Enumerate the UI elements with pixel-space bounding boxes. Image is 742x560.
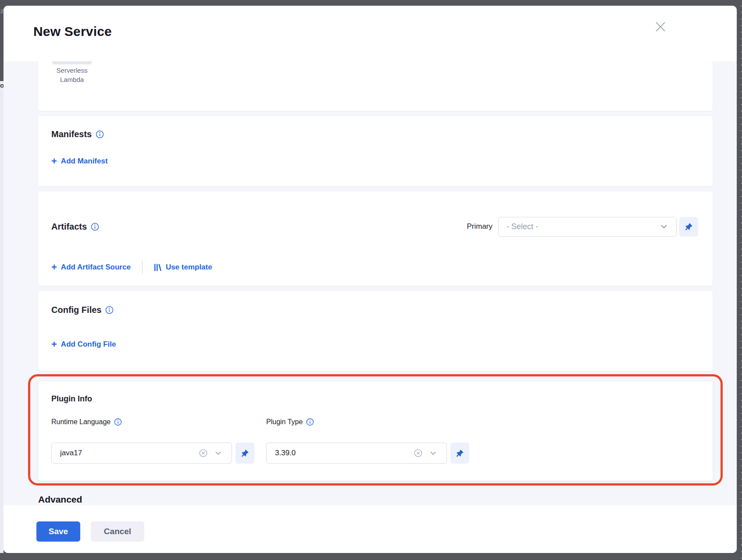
service-type-card: Serverless Lambda <box>38 61 713 111</box>
info-icon[interactable] <box>96 130 104 138</box>
plus-icon: + <box>51 340 57 348</box>
add-config-file-label: Add Config File <box>61 340 116 349</box>
info-icon[interactable] <box>91 223 99 231</box>
artifacts-title: Artifacts <box>51 222 87 232</box>
service-type-tile-caption: Serverless Lambda <box>42 66 102 84</box>
config-files-card: Config Files + Add Config File <box>38 291 713 371</box>
page-background: 2 o New Service Serverless Lambda <box>0 0 742 560</box>
pin-icon <box>241 449 249 457</box>
info-icon[interactable] <box>306 418 314 426</box>
use-template-button[interactable]: Use template <box>154 263 212 272</box>
pin-button[interactable] <box>450 443 469 464</box>
add-artifact-source-label: Add Artifact Source <box>61 263 131 272</box>
plus-icon: + <box>51 157 57 165</box>
new-service-modal: New Service Serverless Lambda <box>4 6 737 553</box>
template-library-icon <box>154 263 162 272</box>
advanced-section-title: Advanced <box>38 494 82 505</box>
close-button[interactable] <box>653 19 668 35</box>
background-dot-canvas <box>737 0 742 560</box>
service-type-tile-serverless-lambda[interactable] <box>52 61 92 64</box>
manifests-card: Manifests + Add Manifest <box>38 116 713 186</box>
chevron-down-icon[interactable] <box>430 451 436 455</box>
close-icon <box>655 21 666 32</box>
info-icon[interactable] <box>114 418 122 426</box>
plugin-info-title: Plugin Info <box>51 394 92 404</box>
info-icon[interactable] <box>105 306 114 314</box>
modal-title: New Service <box>33 24 112 39</box>
pin-icon <box>456 449 464 457</box>
runtime-language-combobox[interactable] <box>51 443 232 464</box>
artifacts-card: Artifacts Primary - Select - <box>38 191 713 286</box>
primary-artifact-placeholder: - Select - <box>507 217 538 236</box>
cancel-button[interactable]: Cancel <box>91 521 144 542</box>
add-manifest-button[interactable]: + Add Manifest <box>51 157 108 166</box>
chevron-down-icon[interactable] <box>215 451 221 455</box>
primary-artifact-label: Primary <box>467 222 492 231</box>
add-config-file-button[interactable]: + Add Config File <box>51 340 116 349</box>
plugin-info-card: Plugin Info Runtime Language <box>38 381 713 481</box>
background-left-strip <box>0 81 4 553</box>
pin-button[interactable] <box>235 443 254 464</box>
runtime-language-label: Runtime Language <box>51 418 111 426</box>
primary-artifact-select[interactable]: - Select - <box>498 217 677 237</box>
chevron-down-icon <box>660 224 667 229</box>
divider <box>142 261 143 274</box>
modal-body: Serverless Lambda Manifests <box>4 61 737 505</box>
runtime-language-field-group: Runtime Language <box>51 418 122 426</box>
save-button[interactable]: Save <box>36 521 80 542</box>
pin-button[interactable] <box>679 217 698 237</box>
background-text-fragment: o <box>0 82 4 90</box>
plugin-type-field-group: Plugin Type <box>266 418 314 426</box>
clear-icon[interactable] <box>414 449 422 457</box>
plugin-type-combobox[interactable] <box>266 443 447 464</box>
add-artifact-source-button[interactable]: + Add Artifact Source <box>51 263 131 272</box>
plus-icon: + <box>51 263 57 271</box>
modal-footer: Save Cancel <box>4 505 737 553</box>
background-text-fragment: 2 <box>0 9 4 16</box>
modal-header: New Service <box>4 6 737 61</box>
manifests-title: Manifests <box>51 129 92 139</box>
plugin-type-label: Plugin Type <box>266 418 303 426</box>
config-files-title: Config Files <box>51 305 101 315</box>
pin-icon <box>685 223 693 230</box>
use-template-label: Use template <box>166 263 212 272</box>
clear-icon[interactable] <box>199 449 207 457</box>
add-manifest-label: Add Manifest <box>61 157 108 166</box>
